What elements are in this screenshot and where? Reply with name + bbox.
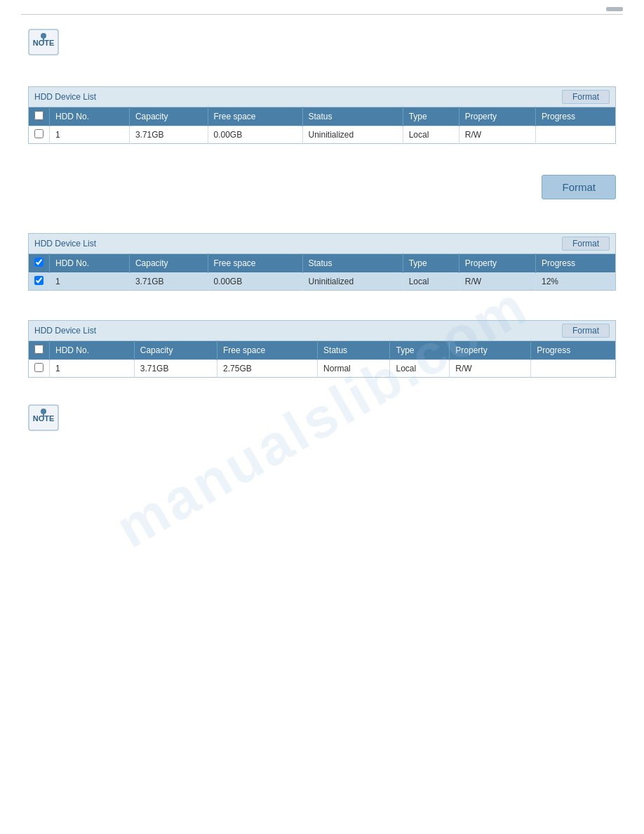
hdd-table-1-col-freespace: Free space [208,107,302,126]
hdd-table-1-row1-capacity: 3.71GB [129,126,208,144]
hdd-table-3-col-progress: Progress [531,341,616,360]
hdd-table-3-header-row: HDD No. Capacity Free space Status Type … [29,341,616,360]
hdd-table-1-row1-check[interactable] [29,126,50,144]
hdd-table-1: HDD No. Capacity Free space Status Type … [28,107,616,144]
hdd-table-3-row1-type: Local [390,360,450,378]
hdd-section-2: HDD Device List Format HDD No. Capacity … [28,233,616,291]
hdd-table-1-row1-progress [535,126,615,144]
hdd-table-1-col-capacity: Capacity [129,107,208,126]
hdd-header-2: HDD Device List Format [28,233,616,253]
hdd-table-3-col-no: HDD No. [50,341,135,360]
hdd-header-1: HDD Device List Format [28,86,616,107]
hdd-table-1-col-check [29,107,50,126]
hdd-table-2-col-freespace: Free space [208,254,302,273]
hdd-table-1-header-row: HDD No. Capacity Free space Status Type … [29,107,616,126]
hdd-table-3-col-status: Status [318,341,390,360]
hdd-table-2: HDD No. Capacity Free space Status Type … [28,253,616,291]
hdd-table-1-row1-no: 1 [50,126,130,144]
hdd-table-2-row1-no: 1 [50,273,130,291]
hdd-table-1-row1-type: Local [403,126,459,144]
table-row: 1 3.71GB 0.00GB Uninitialized Local R/W [29,126,616,144]
table-row: 1 3.71GB 2.75GB Normal Local R/W [29,360,616,378]
format-button-3[interactable]: Format [562,324,610,338]
top-bar-button[interactable] [606,7,623,11]
hdd-table-1-col-status: Status [302,107,403,126]
hdd-table-1-body: 1 3.71GB 0.00GB Uninitialized Local R/W [29,126,616,144]
hdd-table-3-col-check [29,341,50,360]
hdd-table-1-row1-property: R/W [459,126,535,144]
hdd-table-2-row1-capacity: 3.71GB [129,273,208,291]
hdd-header-3: HDD Device List Format [28,320,616,340]
hdd-table-3-body: 1 3.71GB 2.75GB Normal Local R/W [29,360,616,378]
hdd-table-3: HDD No. Capacity Free space Status Type … [28,340,616,378]
hdd-table-1-col-type: Type [403,107,459,126]
hdd-table-3-row1-no: 1 [50,360,135,378]
note-icon-2: NOTE [28,404,59,431]
hdd-table-2-row1-property: R/W [459,273,535,291]
svg-point-6 [41,409,46,414]
hdd-title-2: HDD Device List [34,239,96,249]
hdd-table-3-row1-check[interactable] [29,360,50,378]
hdd-table-2-row1-freespace: 0.00GB [208,273,302,291]
hdd-table-1-col-progress: Progress [535,107,615,126]
note-icon-1: NOTE [28,29,59,55]
hdd-section-3: HDD Device List Format HDD No. Capacity … [28,320,616,378]
hdd-table-2-col-type: Type [403,254,459,273]
hdd-table-1-col-property: Property [459,107,535,126]
hdd-table-2-row1-status: Uninitialized [302,273,403,291]
hdd-table-3-select-all[interactable] [34,345,43,354]
hdd-table-2-select-all[interactable] [34,258,43,267]
format-button-1[interactable]: Format [562,90,610,104]
hdd-table-2-row1-progress: 12% [535,273,615,291]
large-format-button[interactable]: Format [542,175,616,199]
svg-point-2 [41,33,46,39]
hdd-table-2-col-capacity: Capacity [129,254,208,273]
hdd-table-2-col-status: Status [302,254,403,273]
hdd-table-2-body: 1 3.71GB 0.00GB Uninitialized Local R/W … [29,273,616,291]
hdd-table-3-row1-capacity: 3.71GB [134,360,217,378]
hdd-table-1-col-no: HDD No. [50,107,130,126]
hdd-table-3-row1-progress [531,360,616,378]
hdd-title-3: HDD Device List [34,326,96,336]
hdd-table-3-col-property: Property [450,341,531,360]
hdd-table-3-row1-freespace: 2.75GB [217,360,318,378]
hdd-table-1-select-all[interactable] [34,111,43,120]
hdd-table-3-row1-status: Normal [318,360,390,378]
hdd-table-2-header-row: HDD No. Capacity Free space Status Type … [29,254,616,273]
format-button-2[interactable]: Format [562,237,610,251]
hdd-title-1: HDD Device List [34,92,96,102]
hdd-table-3-col-type: Type [390,341,450,360]
hdd-table-2-row1-type: Local [403,273,459,291]
hdd-table-2-col-property: Property [459,254,535,273]
hdd-table-2-col-progress: Progress [535,254,615,273]
table-row: 1 3.71GB 0.00GB Uninitialized Local R/W … [29,273,616,291]
hdd-table-1-row1-status: Uninitialized [302,126,403,144]
hdd-table-2-row1-check[interactable] [29,273,50,291]
hdd-section-1: HDD Device List Format HDD No. Capacity … [28,86,616,144]
hdd-table-2-col-check [29,254,50,273]
hdd-table-3-row1-property: R/W [450,360,531,378]
hdd-table-1-row1-freespace: 0.00GB [208,126,302,144]
hdd-table-2-col-no: HDD No. [50,254,130,273]
top-bar [21,7,623,15]
large-format-container: Format [28,175,616,199]
hdd-table-3-col-freespace: Free space [217,341,318,360]
hdd-table-3-col-capacity: Capacity [134,341,217,360]
